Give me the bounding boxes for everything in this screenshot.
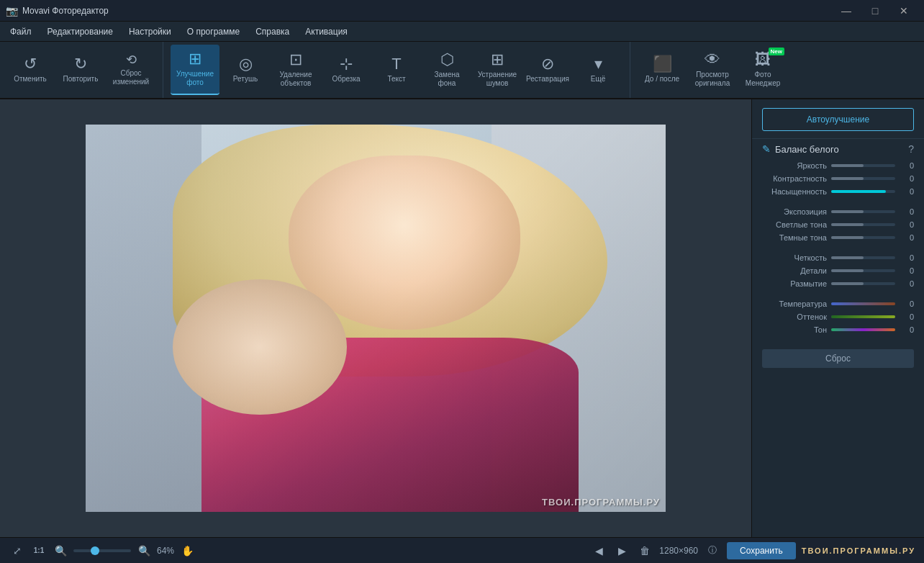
view-original-button[interactable]: 👁 Просмотр оригинала (688, 45, 737, 95)
blur-slider[interactable] (831, 282, 895, 285)
hue-label: Оттенок (762, 312, 827, 321)
more-button[interactable]: ▾ Ещё (574, 45, 622, 95)
highlights-slider[interactable] (831, 223, 895, 226)
navigation-prev-button[interactable]: ◀ (590, 542, 607, 559)
hue-slider[interactable] (831, 315, 895, 318)
remove-objects-button[interactable]: ⊡ Удаление объектов (271, 45, 320, 95)
enhance-icon: ⊞ (189, 51, 201, 67)
text-button[interactable]: T Текст (372, 45, 421, 95)
reset-button[interactable]: Сброс (762, 349, 914, 368)
window-controls: — □ ✕ (832, 0, 918, 22)
exposure-slider[interactable] (831, 210, 895, 213)
exposure-row: Экспозиция 0 (752, 205, 924, 218)
info-button[interactable]: ⓘ (704, 542, 721, 559)
navigation-next-button[interactable]: ▶ (613, 542, 630, 559)
zoom-in-button[interactable]: 🔍 (135, 542, 153, 559)
clarity-slider[interactable] (831, 256, 895, 259)
saturation-label: Насыщенность (762, 187, 827, 196)
app-title: Movavi Фоторедактор (22, 6, 109, 16)
brightness-slider[interactable] (831, 164, 895, 167)
highlights-value: 0 (900, 220, 914, 229)
contrast-row: Контрастность 0 (752, 172, 924, 185)
actual-size-button[interactable]: 1:1 (30, 542, 47, 559)
new-badge: New (769, 48, 784, 55)
remove-obj-icon: ⊡ (289, 52, 302, 68)
bg-replace-button[interactable]: ⬡ Замена фона (422, 45, 471, 95)
pan-tool-button[interactable]: ✋ (178, 542, 196, 559)
brightness-row: Яркость 0 (752, 159, 924, 172)
delete-button[interactable]: 🗑 (636, 542, 653, 559)
retouch-button[interactable]: ◎ Ретушь (221, 45, 270, 95)
temperature-label: Температура (762, 299, 827, 308)
photo-display: ТВОИ.ПРОГРАММЫ.РУ (86, 125, 666, 512)
watermark-label: ТВОИ.ПРОГРАММЫ.РУ (802, 546, 915, 555)
temperature-value: 0 (900, 299, 914, 308)
temperature-slider[interactable] (831, 302, 895, 305)
highlights-label: Светлые тона (762, 220, 827, 229)
tone-slider[interactable] (831, 328, 895, 331)
shadows-slider[interactable] (831, 236, 895, 239)
zoom-thumb (91, 546, 99, 555)
contrast-value: 0 (900, 174, 914, 183)
before-after-icon: ⬛ (653, 56, 672, 72)
menu-help[interactable]: Справка (248, 24, 296, 40)
tone-row: Тон 0 (752, 323, 924, 336)
contrast-label: Контрастность (762, 174, 827, 183)
undo-icon: ↺ (24, 56, 37, 72)
exposure-value: 0 (900, 207, 914, 216)
menu-activate[interactable]: Активация (298, 24, 355, 40)
menu-about[interactable]: О программе (180, 24, 247, 40)
text-icon: T (391, 56, 401, 72)
details-label: Детали (762, 266, 827, 275)
before-after-button[interactable]: ⬛ До / после (638, 45, 687, 95)
statusbar: ⤢ 1:1 🔍 🔍 64% ✋ ◀ ▶ 🗑 1280×960 ⓘ Сохрани… (0, 537, 924, 563)
undo-button[interactable]: ↺ Отменить (6, 45, 55, 95)
clarity-label: Четкость (762, 253, 827, 262)
menu-edit[interactable]: Редактирование (40, 24, 120, 40)
crop-icon: ⊹ (340, 56, 353, 72)
clarity-value: 0 (900, 253, 914, 262)
redo-button[interactable]: ↻ Повторить (56, 45, 105, 95)
retouch-icon: ◎ (239, 56, 253, 72)
help-button[interactable]: ? (908, 143, 914, 155)
reset-icon: ⟲ (126, 53, 137, 66)
details-slider[interactable] (831, 269, 895, 272)
clarity-row: Четкость 0 (752, 251, 924, 264)
minimize-button[interactable]: — (832, 0, 861, 22)
image-size: 1280×960 (659, 546, 698, 556)
denoise-button[interactable]: ⊞ Устранение шумов (473, 45, 522, 95)
saturation-slider[interactable] (831, 190, 895, 193)
view-original-icon: 👁 (705, 52, 720, 68)
enhance-photo-button[interactable]: ⊞ Улучшение фото (171, 45, 219, 95)
photo-manager-button[interactable]: New 🖼 Фото Менеджер (738, 45, 787, 95)
zoom-out-button[interactable]: 🔍 (52, 542, 69, 559)
tools-group: ⊞ Улучшение фото ◎ Ретушь ⊡ Удаление объ… (171, 42, 630, 98)
zoom-slider[interactable] (73, 549, 131, 552)
blur-value: 0 (900, 279, 914, 288)
hue-value: 0 (900, 312, 914, 321)
contrast-slider[interactable] (831, 177, 895, 180)
maximize-button[interactable]: □ (861, 0, 889, 22)
titlebar: 📷 Movavi Фоторедактор — □ ✕ (0, 0, 924, 22)
history-group: ↺ Отменить ↻ Повторить ⟲ Сброс изменений (6, 42, 163, 98)
tone-label: Тон (762, 325, 827, 334)
auto-enhance-button[interactable]: Автоулучшение (762, 108, 914, 131)
close-button[interactable]: ✕ (889, 0, 918, 22)
crop-button[interactable]: ⊹ Обрезка (322, 45, 371, 95)
save-button[interactable]: Сохранить (727, 542, 796, 559)
saturation-value: 0 (900, 187, 914, 196)
fit-screen-button[interactable]: ⤢ (9, 542, 26, 559)
shadows-label: Темные тона (762, 233, 827, 242)
details-row: Детали 0 (752, 264, 924, 277)
canvas-area[interactable]: ТВОИ.ПРОГРАММЫ.РУ (0, 99, 751, 537)
restore-button[interactable]: ⊘ Реставрация (523, 45, 572, 95)
zoom-level: 64% (157, 546, 174, 556)
menu-file[interactable]: Файл (3, 24, 39, 40)
restore-icon: ⊘ (541, 56, 554, 72)
menu-settings[interactable]: Настройки (122, 24, 178, 40)
toolbar: ↺ Отменить ↻ Повторить ⟲ Сброс изменений… (0, 42, 924, 99)
reset-changes-button[interactable]: ⟲ Сброс изменений (107, 45, 155, 95)
highlights-row: Светлые тона 0 (752, 218, 924, 231)
watermark: ТВОИ.ПРОГРАММЫ.РУ (542, 497, 660, 508)
view-controls: ⤢ 1:1 🔍 🔍 64% ✋ (9, 542, 196, 559)
